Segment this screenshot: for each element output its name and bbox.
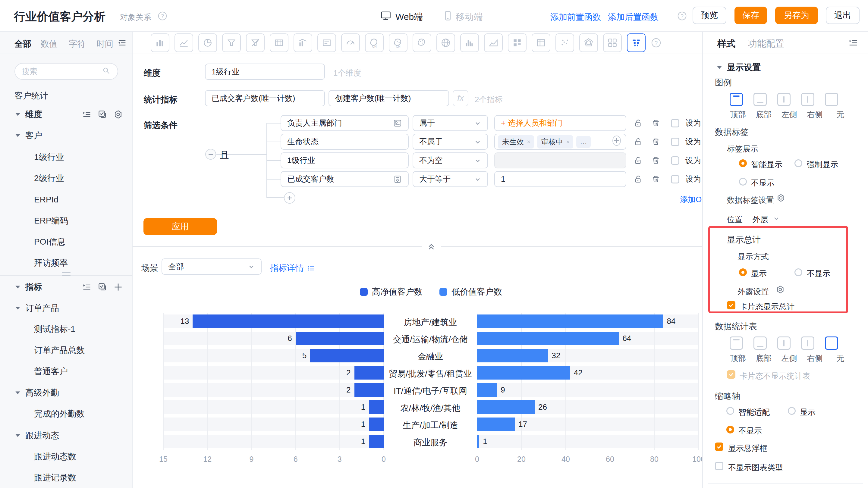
metric-pill-1[interactable]: 已成交客户数(唯一计数) [205, 90, 325, 106]
metric-pill-2[interactable]: 创建客户数(唯一计数) [329, 90, 449, 106]
line-chart-icon[interactable] [175, 33, 193, 52]
trash-icon[interactable] [651, 137, 661, 147]
field-item[interactable]: 订单产品总数 [34, 344, 85, 356]
radio-axis-hide[interactable] [726, 426, 734, 433]
set-as-checkbox[interactable] [671, 119, 679, 127]
tab-number[interactable]: 数值 [41, 38, 58, 50]
measure-group-field[interactable]: 高级外勤 [14, 387, 59, 399]
tab-web[interactable]: Web端 [396, 11, 423, 23]
text-card-icon[interactable] [317, 33, 336, 52]
bar-chart-icon[interactable] [151, 33, 169, 52]
multi-select-icon[interactable] [98, 110, 107, 119]
fx-button[interactable]: fx [453, 90, 468, 106]
collapse-tree-icon[interactable] [82, 110, 92, 119]
preview-button[interactable]: 预览 [692, 7, 726, 24]
tab-time[interactable]: 时间 [96, 38, 113, 50]
set-as-checkbox[interactable] [671, 175, 679, 184]
dimension-header[interactable]: 维度 [14, 108, 123, 121]
more-tags-chip[interactable]: … [576, 136, 591, 148]
set-as-checkbox[interactable] [671, 156, 679, 165]
measure-header[interactable]: 指标 [14, 281, 123, 293]
stat-pos-top[interactable] [730, 336, 743, 350]
collapse-group-icon[interactable] [205, 149, 216, 160]
and-connector[interactable]: 且 [220, 149, 229, 161]
add-filter-icon[interactable] [284, 192, 296, 204]
save-button[interactable]: 保存 [735, 7, 767, 24]
gauge-icon[interactable] [341, 33, 360, 52]
help-icon[interactable]: ? [157, 11, 167, 22]
gear-icon[interactable] [775, 285, 785, 296]
tab-style[interactable]: 样式 [717, 38, 735, 50]
chart-help-icon[interactable]: ? [651, 37, 661, 48]
radio-axis-show[interactable] [788, 407, 796, 415]
area-chart-icon[interactable] [484, 33, 503, 52]
field-item[interactable]: ERPId [34, 194, 59, 206]
filter-op-4[interactable]: 大于等于 [412, 171, 488, 187]
trash-icon[interactable] [651, 119, 661, 128]
tornado-icon[interactable] [627, 33, 646, 52]
chevron-down-icon[interactable] [773, 215, 780, 223]
histogram-icon[interactable] [460, 33, 479, 52]
world-map-icon[interactable] [436, 33, 455, 52]
unlock-icon[interactable] [633, 156, 643, 165]
field-item[interactable]: 2级行业 [34, 172, 64, 184]
filter-field-1[interactable]: 负责人主属部门 [281, 115, 409, 131]
add-measure-icon[interactable] [113, 282, 123, 292]
field-item[interactable]: 1级行业 [34, 151, 64, 163]
value-tag[interactable]: 未生效 [498, 135, 534, 149]
funnel-icon[interactable] [222, 33, 241, 52]
radar-icon[interactable] [579, 33, 598, 52]
filter-value-4[interactable]: 1 [494, 171, 626, 187]
filter-value-1[interactable]: + 选择人员和部门 [494, 115, 626, 131]
filter-field-2[interactable]: 生命状态 [281, 134, 409, 150]
matrix-icon[interactable] [508, 33, 527, 52]
unlock-icon[interactable] [633, 174, 643, 184]
radio-hide-label[interactable] [739, 178, 747, 186]
divider-drag-handle[interactable] [62, 272, 70, 276]
settings-hexagon-icon[interactable] [113, 110, 123, 119]
field-item[interactable]: 跟进记录数 [34, 472, 76, 484]
filter-field-3[interactable]: 1级行业 [281, 153, 409, 168]
field-item[interactable]: 普通客户 [34, 365, 68, 378]
value-tag[interactable]: 审核中 [537, 135, 573, 149]
stat-pos-bottom[interactable] [753, 336, 767, 350]
collapse-panel-icon[interactable] [848, 38, 858, 49]
legend-pos-top[interactable] [730, 93, 743, 106]
filter-value-2[interactable]: 未生效 审核中 … [494, 134, 626, 150]
radio-total-hide[interactable] [795, 268, 802, 276]
map-dot-icon[interactable] [412, 33, 431, 52]
legend-pos-right[interactable] [801, 93, 814, 106]
display-settings-header[interactable]: 显示设置 [716, 62, 761, 73]
add-tag-icon[interactable] [611, 135, 623, 149]
crosstab-icon[interactable] [532, 33, 550, 52]
field-item[interactable]: ERP编码 [34, 215, 68, 227]
tab-all[interactable]: 全部 [14, 38, 31, 50]
filter-op-2[interactable]: 不属于 [412, 134, 488, 150]
legend-pos-left[interactable] [777, 93, 790, 106]
trash-icon[interactable] [651, 174, 661, 184]
radio-smart-display[interactable] [739, 159, 747, 167]
tab-string[interactable]: 字符 [69, 38, 86, 50]
card-grid-icon[interactable] [603, 33, 622, 52]
search-input[interactable]: 搜索 [14, 63, 118, 80]
legend-item[interactable]: 高净值客户数 [360, 286, 423, 298]
multi-select-icon[interactable] [98, 282, 107, 292]
trash-icon[interactable] [651, 156, 661, 165]
close-icon[interactable] [526, 139, 531, 144]
sort-fields-icon[interactable] [117, 38, 127, 49]
filter-op-3[interactable]: 不为空 [412, 153, 488, 168]
checkbox-no-chart-type[interactable] [715, 462, 723, 470]
filter-field-4[interactable]: 已成交客户数 [281, 171, 409, 187]
map-label-cn-icon[interactable]: CN [389, 33, 407, 52]
object-relation-link[interactable]: 对象关系 [120, 12, 151, 23]
measure-group-follow[interactable]: 跟进动态 [14, 429, 59, 442]
legend-pos-none[interactable] [825, 93, 838, 106]
table-icon[interactable] [270, 33, 288, 52]
close-icon[interactable] [565, 139, 570, 144]
field-item[interactable]: 跟进动态数 [34, 451, 76, 463]
radio-axis-smart[interactable] [726, 407, 734, 415]
add-pre-function-link[interactable]: 添加前置函数 [550, 11, 601, 23]
radio-total-show[interactable] [739, 268, 747, 276]
tab-function-config[interactable]: 功能配置 [748, 38, 784, 50]
combo-chart-icon[interactable] [293, 33, 312, 52]
